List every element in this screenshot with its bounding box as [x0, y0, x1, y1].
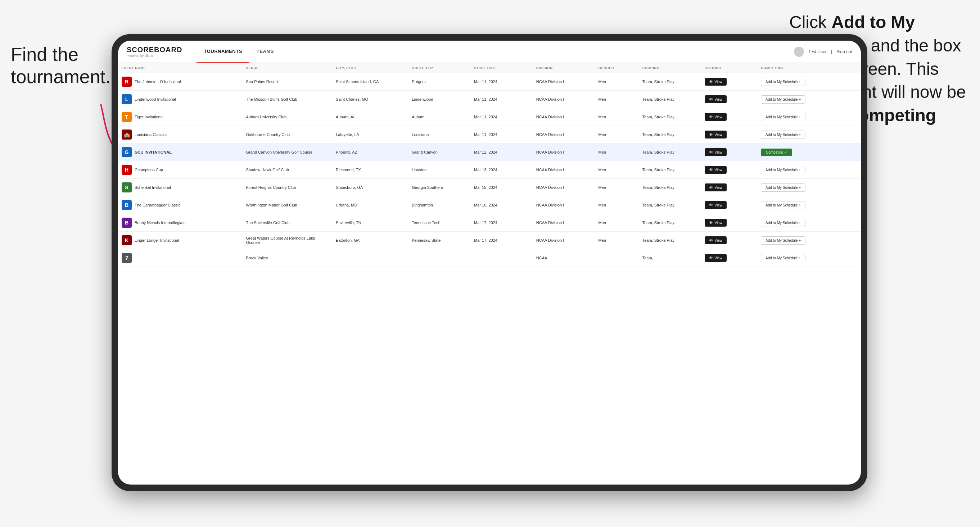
- tab-teams[interactable]: TEAMS: [250, 41, 281, 63]
- team-logo: S: [122, 183, 132, 192]
- cell-hosted-by: Lindenwood: [408, 90, 470, 108]
- logo-powered: Powered by clippd: [127, 54, 182, 57]
- cell-venue: Sea Palms Resort: [243, 73, 332, 90]
- cell-venue: The Sevierville Golf Club: [243, 214, 332, 232]
- cell-venue: Shadow Hawk Golf Club: [243, 161, 332, 179]
- event-name: Tiger Invitational: [135, 115, 163, 119]
- table-body: RThe Johnnie - O IndividualSea Palms Res…: [118, 73, 861, 267]
- cell-hosted-by: Rutgers: [408, 73, 470, 90]
- cell-gender: Men: [595, 73, 639, 90]
- add-to-schedule-button[interactable]: Add to My Schedule +: [761, 237, 805, 244]
- team-logo: G: [122, 147, 132, 157]
- user-name: Test User: [808, 49, 827, 54]
- eye-icon: 👁: [709, 221, 713, 225]
- cell-hosted-by: Auburn: [408, 108, 470, 126]
- table-row: 🏫Louisiana ClassicsOakbourne Country Clu…: [118, 126, 861, 143]
- event-name: Champions Cup: [135, 168, 163, 172]
- add-to-schedule-button[interactable]: Add to My Schedule +: [761, 78, 805, 86]
- cell-gender: Men: [595, 161, 639, 179]
- cell-start-date: Mar 15, 2024: [470, 179, 533, 197]
- col-header-date: START DATE: [470, 63, 533, 73]
- col-header-division: DIVISION: [533, 63, 595, 73]
- col-header-gender: GENDER: [595, 63, 639, 73]
- header-right: Test User | Sign out: [794, 47, 852, 57]
- add-to-schedule-button[interactable]: Add to My Schedule +: [761, 95, 805, 103]
- cell-gender: Men: [595, 143, 639, 161]
- add-to-schedule-button[interactable]: Add to My Schedule +: [761, 254, 805, 262]
- add-to-schedule-button[interactable]: Add to My Schedule +: [761, 219, 805, 227]
- view-button[interactable]: 👁 View: [705, 254, 727, 262]
- col-header-actions: ACTIONS: [701, 63, 757, 73]
- team-logo: B: [122, 217, 132, 228]
- cell-hosted-by: [408, 249, 470, 267]
- event-name: Lindenwood Invitational: [135, 97, 176, 102]
- view-button[interactable]: 👁 View: [705, 148, 727, 156]
- cell-division: NCAA Division I: [533, 161, 595, 179]
- add-to-schedule-button[interactable]: Add to My Schedule +: [761, 113, 805, 121]
- tablet-frame: SCOREBOARD Powered by clippd TOURNAMENTS…: [111, 34, 867, 491]
- cell-scoring: Team, Stroke Play: [639, 179, 701, 197]
- cell-city-state: Sevierville, TN: [332, 214, 408, 232]
- eye-icon: 👁: [709, 168, 713, 172]
- cell-start-date: Mar 11, 2024: [470, 108, 533, 126]
- cell-scoring: Team, Stroke Play: [639, 73, 701, 90]
- event-name: GCU INVITATIONAL: [135, 150, 172, 154]
- eye-icon: 👁: [709, 79, 713, 84]
- add-to-schedule-button[interactable]: Add to My Schedule +: [761, 201, 805, 210]
- sign-out-link[interactable]: Sign out: [837, 49, 852, 54]
- tab-tournaments[interactable]: TOURNAMENTS: [197, 41, 249, 63]
- cell-venue: Forest Heights Country Club: [243, 179, 332, 197]
- table-container: EVENT NAME VENUE CITY, STATE HOSTED BY S…: [118, 63, 861, 484]
- view-button[interactable]: 👁 View: [705, 113, 727, 121]
- table-row: RThe Johnnie - O IndividualSea Palms Res…: [118, 73, 861, 90]
- cell-city-state: Eatonton, GA: [332, 232, 408, 249]
- cell-city-state: [332, 249, 408, 267]
- team-logo: B: [122, 200, 132, 210]
- competing-button[interactable]: Competing ✓: [761, 149, 792, 156]
- cell-gender: Men: [595, 179, 639, 197]
- view-button[interactable]: 👁 View: [705, 78, 727, 86]
- view-button[interactable]: 👁 View: [705, 201, 727, 209]
- table-row: KLinger Longer InvitationalGreat Waters …: [118, 232, 861, 249]
- cell-hosted-by: Tennessee Tech: [408, 214, 470, 232]
- cell-gender: [595, 249, 639, 267]
- col-header-scoring: SCORING: [639, 63, 701, 73]
- cell-start-date: Mar 12, 2024: [470, 143, 533, 161]
- view-button[interactable]: 👁 View: [705, 130, 727, 138]
- col-header-competing: COMPETING: [757, 63, 861, 73]
- view-button[interactable]: 👁 View: [705, 183, 727, 191]
- add-to-schedule-button[interactable]: Add to My Schedule +: [761, 166, 805, 174]
- cell-venue: Great Waters Course At Reynolds Lake Oco…: [243, 232, 332, 249]
- cell-division: NCAA Division I: [533, 232, 595, 249]
- view-button[interactable]: 👁 View: [705, 166, 727, 174]
- cell-start-date: Mar 17, 2024: [470, 214, 533, 232]
- event-name: Louisiana Classics: [135, 132, 167, 137]
- tablet-screen: SCOREBOARD Powered by clippd TOURNAMENTS…: [118, 41, 861, 484]
- cell-city-state: Saint Charles, MO: [332, 90, 408, 108]
- team-logo: K: [122, 235, 132, 245]
- cell-city-state: Urbana, MD: [332, 197, 408, 214]
- cell-hosted-by: Grand Canyon: [408, 143, 470, 161]
- view-button[interactable]: 👁 View: [705, 95, 727, 103]
- view-button[interactable]: 👁 View: [705, 237, 727, 244]
- cell-venue: Auburn University Club: [243, 108, 332, 126]
- cell-gender: Men: [595, 126, 639, 143]
- table-header-row: EVENT NAME VENUE CITY, STATE HOSTED BY S…: [118, 63, 861, 73]
- cell-venue: Oakbourne Country Club: [243, 126, 332, 143]
- cell-city-state: Auburn, AL: [332, 108, 408, 126]
- cell-division: NCAA Division I: [533, 179, 595, 197]
- team-logo: H: [122, 165, 132, 175]
- cell-start-date: [470, 249, 533, 267]
- event-name: The Johnnie - O Individual: [135, 79, 181, 84]
- cell-division: NCAA Division I: [533, 197, 595, 214]
- add-to-schedule-button[interactable]: Add to My Schedule +: [761, 130, 805, 139]
- cell-hosted-by: Kennesaw State: [408, 232, 470, 249]
- cell-scoring: Team, Stroke Play: [639, 197, 701, 214]
- view-button[interactable]: 👁 View: [705, 219, 727, 227]
- divider: |: [831, 49, 832, 54]
- team-logo: L: [122, 94, 132, 104]
- cell-hosted-by: Louisiana: [408, 126, 470, 143]
- add-to-schedule-button[interactable]: Add to My Schedule +: [761, 183, 805, 192]
- cell-venue: Worthington Manor Golf Club: [243, 197, 332, 214]
- cell-scoring: Team, Stroke Play: [639, 108, 701, 126]
